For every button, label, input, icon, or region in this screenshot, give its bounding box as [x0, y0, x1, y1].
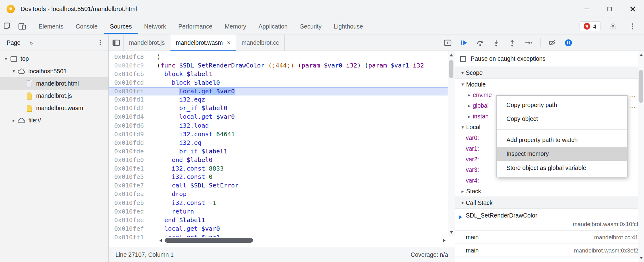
sidebar-scroll-thumb[interactable]	[639, 70, 643, 103]
resume-script-icon[interactable]	[460, 38, 468, 47]
minimize-button[interactable]	[575, 0, 598, 18]
scope-group-module[interactable]: ▾Module	[455, 79, 644, 90]
code-line[interactable]: 0x010fed return	[109, 207, 448, 216]
address-gutter[interactable]: 0x010fe1	[109, 164, 157, 173]
address-gutter[interactable]: 0x010ff1	[109, 233, 157, 242]
code-line[interactable]: 0x010fee end $label1	[109, 216, 448, 225]
code-line[interactable]: 0x010fe5 i32.const 0	[109, 173, 448, 182]
step-over-icon[interactable]	[476, 38, 484, 47]
menu-item-inspect-memory[interactable]: Inspect memory	[497, 147, 627, 161]
step-into-icon[interactable]	[492, 38, 500, 47]
stack-frame-main[interactable]: mainmandelbrot.wasm:0x3ef2	[455, 244, 644, 257]
address-gutter[interactable]: 0x010fe5	[109, 173, 157, 182]
address-gutter[interactable]: 0x010fe7	[109, 182, 157, 190]
scroll-up-icon[interactable]	[448, 52, 455, 59]
menu-item-add-property-path-to-watch[interactable]: Add property path to watch	[497, 133, 627, 147]
editor-tab-mandelbrot-wasm[interactable]: mandelbrot.wasm×	[170, 35, 236, 51]
editor-tab-mandelbrot-cc[interactable]: mandelbrot.cc	[236, 35, 285, 51]
code-line[interactable]: 0x010fcf local.get $var0	[109, 87, 448, 96]
address-gutter[interactable]: 0x010fea	[109, 190, 157, 199]
address-gutter[interactable]: 0x010fcb	[109, 70, 157, 79]
deactivate-breakpoints-icon[interactable]	[548, 38, 557, 47]
pause-on-caught-checkbox[interactable]	[460, 56, 466, 62]
close-tab-icon[interactable]: ×	[227, 40, 231, 46]
code-line[interactable]: 0x010feb i32.const -1	[109, 199, 448, 207]
address-gutter[interactable]: 0x010fef	[109, 225, 157, 233]
address-gutter[interactable]: 0x010fd1	[109, 96, 157, 104]
code-line[interactable]: 0x010fef local.get $var0	[109, 225, 448, 233]
tree-item-mandelbrot-wasm[interactable]: mandelbrot.wasm	[0, 102, 108, 114]
code-line[interactable]: 0x010fd2 br_if $label0	[109, 104, 448, 113]
editor-pane-toggle-icon[interactable]	[440, 35, 455, 51]
disclosure-expanded-icon[interactable]: ▾	[10, 68, 17, 74]
tab-console[interactable]: Console	[70, 18, 104, 34]
horizontal-scroll-track[interactable]	[164, 237, 441, 244]
tab-performance[interactable]: Performance	[172, 18, 219, 34]
code-line[interactable]: 0x010fcb block $label1	[109, 70, 448, 79]
scroll-down-icon[interactable]	[448, 229, 455, 236]
code-line[interactable]: 0x010fe7 call $SDL_SetError	[109, 182, 448, 190]
address-gutter[interactable]: 0x010fcd	[109, 79, 157, 87]
scroll-left-icon[interactable]	[157, 239, 164, 242]
disclosure-expanded-icon[interactable]: ▾	[2, 56, 9, 62]
error-badge[interactable]: 4	[580, 21, 600, 31]
tree-item-top[interactable]: ▾top	[0, 53, 108, 65]
address-gutter[interactable]: 0x010fd4	[109, 113, 157, 121]
toggle-navigator-icon[interactable]	[109, 35, 123, 51]
tab-network[interactable]: Network	[138, 18, 172, 34]
pause-on-exceptions-icon[interactable]	[564, 38, 573, 47]
tree-item-mandelbrot-html[interactable]: mandelbrot.html	[0, 77, 108, 90]
scope-section-header[interactable]: ▾ Scope	[455, 67, 644, 79]
stack-frame-sdl-setrenderdrawcolor[interactable]: SDL_SetRenderDrawColormandelbrot.wasm:0x…	[455, 209, 644, 231]
tree-item-localhost-5501[interactable]: ▾localhost:5501	[0, 65, 108, 77]
address-gutter[interactable]: 0x010fc8	[109, 53, 157, 61]
tab-page[interactable]: Page	[6, 39, 20, 46]
kebab-menu-icon[interactable]	[625, 22, 640, 30]
address-gutter[interactable]: 0x010feb	[109, 199, 157, 207]
address-gutter[interactable]: 0x010fcf	[109, 87, 157, 96]
code-line[interactable]: 0x010fe1 i32.const 8833	[109, 164, 448, 173]
code-line[interactable]: 0x010fd6 i32.load	[109, 121, 448, 130]
code-line[interactable]: 0x010fd1 i32.eqz	[109, 96, 448, 104]
editor-horizontal-scrollbar[interactable]	[157, 237, 448, 244]
address-gutter[interactable]: 0x010fc9	[109, 61, 157, 70]
code-line[interactable]: 0x010fe0 end $label0	[109, 156, 448, 164]
settings-gear-icon[interactable]	[605, 22, 620, 30]
code-line[interactable]: 0x010fdd i32.eq	[109, 139, 448, 147]
inspect-element-icon[interactable]	[0, 18, 15, 34]
vertical-scroll-thumb[interactable]	[449, 60, 453, 78]
tab-memory[interactable]: Memory	[218, 18, 252, 34]
menu-item-store-object-as-global-variable[interactable]: Store object as global variable	[497, 161, 627, 175]
scope-group-stack[interactable]: ▸Stack	[455, 186, 644, 197]
code-line[interactable]: 0x010fc9(func $SDL_SetRenderDrawColor (;…	[109, 61, 448, 70]
code-area[interactable]: 0x010fc8)0x010fc9(func $SDL_SetRenderDra…	[109, 51, 448, 247]
address-gutter[interactable]: 0x010fde	[109, 147, 157, 156]
tab-security[interactable]: Security	[294, 18, 328, 34]
editor-vertical-scrollbar[interactable]	[448, 51, 455, 236]
address-gutter[interactable]: 0x010fee	[109, 216, 157, 225]
tab-elements[interactable]: Elements	[32, 18, 70, 34]
disclosure-collapsed-icon[interactable]: ▸	[10, 118, 17, 123]
code-line[interactable]: 0x010fde br_if $label1	[109, 147, 448, 156]
tab-application[interactable]: Application	[252, 18, 294, 34]
code-line[interactable]: 0x010fd9 i32.const 64641	[109, 130, 448, 139]
scroll-right-icon[interactable]	[441, 239, 448, 242]
device-toolbar-icon[interactable]	[15, 18, 29, 34]
editor-tab-mandelbrot-js[interactable]: mandelbrot.js	[124, 35, 171, 51]
stack-frame-main[interactable]: mainmandelbrot.cc:41	[455, 231, 644, 244]
code-line[interactable]: 0x010fd4 local.get $var0	[109, 113, 448, 121]
address-gutter[interactable]: 0x010fd9	[109, 130, 157, 139]
navigator-kebab-icon[interactable]	[97, 39, 103, 46]
more-tabs-icon[interactable]: »	[29, 39, 33, 46]
sidebar-scroll-down-icon[interactable]	[638, 255, 644, 262]
tree-item-file[interactable]: ▸file://	[0, 114, 108, 127]
tab-lighthouse[interactable]: Lighthouse	[328, 18, 369, 34]
code-line[interactable]: 0x010fc8)	[109, 53, 448, 61]
address-gutter[interactable]: 0x010fed	[109, 207, 157, 216]
address-gutter[interactable]: 0x010fdd	[109, 139, 157, 147]
tab-sources[interactable]: Sources	[104, 18, 138, 34]
call-stack-section-header[interactable]: ▾ Call Stack	[455, 197, 644, 209]
sidebar-scrollbar[interactable]	[638, 51, 644, 262]
horizontal-scroll-thumb[interactable]	[165, 238, 253, 243]
code-line[interactable]: 0x010fcd block $label0	[109, 79, 448, 87]
